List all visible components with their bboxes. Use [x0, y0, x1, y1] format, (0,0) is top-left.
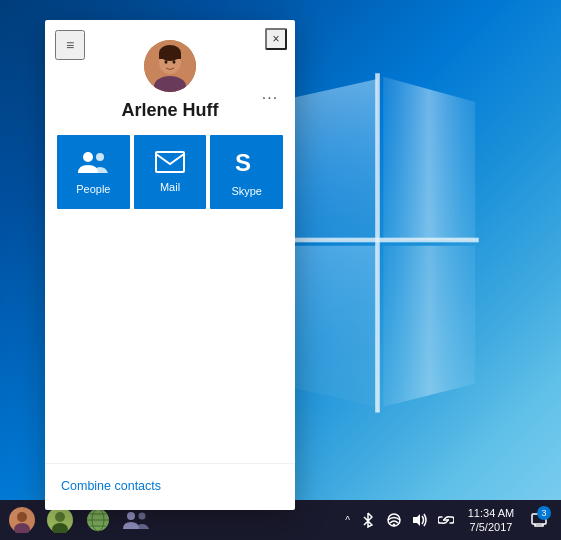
- panel-footer: Combine contacts: [45, 463, 295, 510]
- volume-icon[interactable]: [409, 502, 431, 538]
- skype-tile-label: Skype: [231, 185, 262, 197]
- chevron-up-icon[interactable]: ^: [342, 515, 353, 526]
- link-icon[interactable]: [435, 502, 457, 538]
- svg-point-21: [55, 512, 65, 522]
- svg-point-31: [393, 524, 396, 527]
- bluetooth-icon[interactable]: [357, 502, 379, 538]
- people-app-tile[interactable]: People: [57, 135, 130, 209]
- mail-tile-icon: [155, 151, 185, 177]
- desktop: ≡ × ···: [0, 0, 561, 540]
- taskbar-right: ^: [342, 502, 557, 538]
- notification-badge: 3: [537, 506, 551, 520]
- skype-app-tile[interactable]: S Skype: [210, 135, 283, 209]
- combine-contacts-link[interactable]: Combine contacts: [61, 479, 161, 493]
- svg-point-12: [173, 60, 176, 64]
- svg-marker-32: [413, 514, 420, 526]
- svg-rect-4: [375, 73, 380, 412]
- svg-text:S: S: [235, 149, 251, 176]
- svg-point-28: [127, 512, 135, 520]
- mail-app-tile[interactable]: Mail: [134, 135, 207, 209]
- contact-avatar: [144, 40, 196, 92]
- svg-point-11: [165, 60, 168, 64]
- mail-tile-label: Mail: [160, 181, 180, 193]
- clock-time: 11:34 AM: [468, 506, 514, 520]
- svg-point-14: [96, 153, 104, 161]
- contact-name: Arlene Huff: [121, 100, 218, 121]
- notification-button[interactable]: 3: [525, 502, 553, 538]
- taskbar-person-1[interactable]: [4, 502, 40, 538]
- panel-header: Arlene Huff: [45, 20, 295, 135]
- svg-point-18: [17, 512, 27, 522]
- panel-spacer: [45, 221, 295, 463]
- taskbar-clock[interactable]: 11:34 AM 7/5/2017: [461, 506, 521, 535]
- people-tile-icon: [78, 149, 108, 179]
- svg-marker-3: [383, 246, 475, 407]
- people-tile-label: People: [76, 183, 110, 195]
- skype-tile-icon: S: [232, 147, 262, 181]
- svg-rect-9: [159, 53, 181, 59]
- svg-point-13: [83, 152, 93, 162]
- network-icon[interactable]: [383, 502, 405, 538]
- svg-point-29: [139, 513, 146, 520]
- svg-rect-15: [156, 152, 184, 172]
- svg-rect-5: [272, 238, 479, 243]
- svg-marker-1: [383, 77, 475, 240]
- contact-panel: ≡ × ···: [45, 20, 295, 510]
- apps-grid: People Mail S Skype: [45, 135, 295, 221]
- clock-date: 7/5/2017: [470, 520, 513, 534]
